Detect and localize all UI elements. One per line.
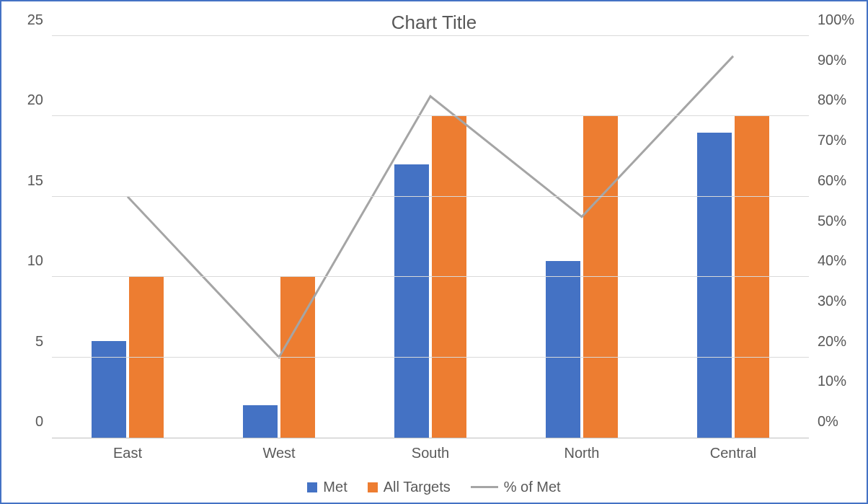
gridline xyxy=(52,357,809,358)
square-icon xyxy=(307,482,317,492)
y-right-tick-label: 90% xyxy=(809,51,861,68)
line-series-svg xyxy=(52,36,809,438)
line-icon xyxy=(471,486,498,488)
chart-container: Chart Title 05101520250%10%20%30%40%50%6… xyxy=(0,0,868,504)
legend-item-pct-met: % of Met xyxy=(471,479,561,495)
plot-area: 05101520250%10%20%30%40%50%60%70%80%90%1… xyxy=(52,36,809,438)
chart-title: Chart Title xyxy=(1,12,867,34)
y-right-tick-label: 40% xyxy=(809,252,861,269)
y-left-tick-label: 20 xyxy=(7,92,52,108)
y-right-tick-label: 60% xyxy=(809,172,861,188)
y-left-tick-label: 5 xyxy=(7,332,52,349)
line-series--of-met xyxy=(128,56,733,358)
legend-label: All Targets xyxy=(384,479,451,495)
y-right-tick-label: 100% xyxy=(809,12,861,28)
gridline xyxy=(52,115,809,116)
x-tick-label: West xyxy=(262,438,295,461)
x-tick-label: South xyxy=(412,438,449,461)
x-tick-label: North xyxy=(564,438,600,461)
gridline xyxy=(52,196,809,197)
legend-item-met: Met xyxy=(307,479,347,495)
y-left-tick-label: 25 xyxy=(7,12,52,28)
y-right-tick-label: 70% xyxy=(809,132,861,149)
x-tick-label: East xyxy=(113,438,142,461)
y-right-tick-label: 0% xyxy=(809,413,861,430)
legend: Met All Targets % of Met xyxy=(1,479,867,495)
y-left-tick-label: 10 xyxy=(7,252,52,269)
gridline xyxy=(52,35,809,36)
y-left-tick-label: 0 xyxy=(7,413,52,430)
gridline xyxy=(52,276,809,277)
y-right-tick-label: 20% xyxy=(809,332,861,349)
legend-label: Met xyxy=(323,479,347,495)
y-right-tick-label: 30% xyxy=(809,292,861,309)
y-right-tick-label: 50% xyxy=(809,212,861,229)
y-left-tick-label: 15 xyxy=(7,172,52,188)
legend-label: % of Met xyxy=(504,479,561,495)
y-right-tick-label: 80% xyxy=(809,92,861,108)
legend-item-all-targets: All Targets xyxy=(368,479,451,495)
y-right-tick-label: 10% xyxy=(809,373,861,389)
square-icon xyxy=(368,482,378,492)
x-tick-label: Central xyxy=(710,438,756,461)
